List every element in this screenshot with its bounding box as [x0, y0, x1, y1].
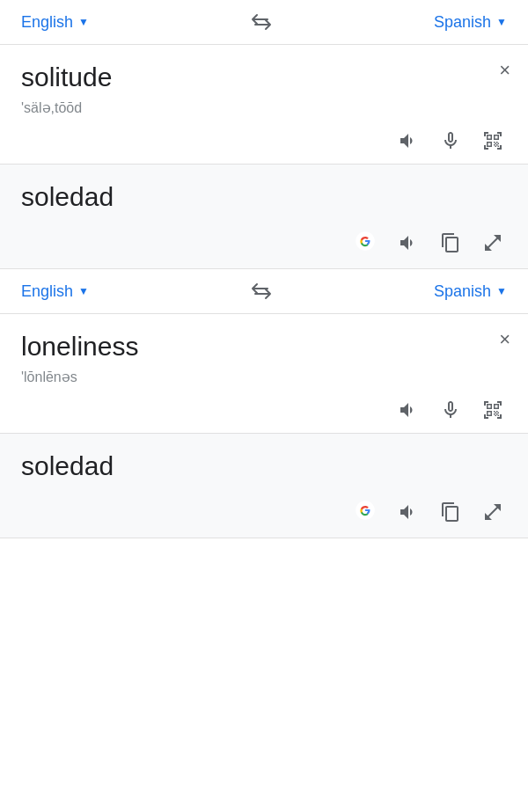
- language-bar-1: English ▼ Spanish ▼: [0, 0, 528, 45]
- output-section-2: soledad: [0, 434, 528, 538]
- output-word-2: soledad: [21, 451, 507, 481]
- source-lang-selector-2[interactable]: English ▼: [21, 282, 89, 301]
- target-lang-selector-2[interactable]: Spanish ▼: [434, 282, 507, 301]
- input-section-2: × loneliness 'lōnlēnəs: [0, 314, 528, 434]
- microphone-icon-1[interactable]: [440, 130, 461, 151]
- camera-icon-1[interactable]: [482, 130, 503, 151]
- target-lang-label-1: Spanish: [434, 13, 491, 32]
- output-section-1: soledad: [0, 165, 528, 269]
- speaker-output-icon-2[interactable]: [398, 499, 419, 525]
- input-actions-2: [21, 399, 507, 421]
- google-search-button-1[interactable]: [354, 230, 377, 256]
- microphone-icon-2[interactable]: [440, 399, 461, 421]
- source-lang-chevron-2: ▼: [78, 285, 89, 297]
- source-lang-selector-1[interactable]: English ▼: [21, 13, 89, 32]
- source-lang-chevron-1: ▼: [78, 16, 89, 28]
- copy-button-2[interactable]: [440, 499, 461, 525]
- input-word-2: loneliness: [21, 332, 507, 362]
- expand-button-1[interactable]: [482, 230, 503, 256]
- camera-icon-2[interactable]: [482, 399, 503, 421]
- speaker-output-icon-1[interactable]: [398, 230, 419, 256]
- input-word-1: solitude: [21, 62, 507, 92]
- language-bar-2: English ▼ Spanish ▼: [0, 269, 528, 314]
- source-lang-label-2: English: [21, 282, 73, 301]
- input-actions-1: [21, 130, 507, 151]
- target-lang-chevron-1: ▼: [496, 16, 507, 28]
- output-actions-2: [21, 499, 507, 525]
- swap-languages-button-1[interactable]: [250, 12, 273, 32]
- speaker-icon-2[interactable]: [398, 399, 419, 421]
- output-actions-1: [21, 230, 507, 256]
- output-word-1: soledad: [21, 182, 507, 212]
- phonetic-1: 'sälə,tōōd: [21, 99, 507, 116]
- expand-button-2[interactable]: [482, 499, 503, 525]
- target-lang-label-2: Spanish: [434, 282, 491, 301]
- clear-input-button-2[interactable]: ×: [499, 330, 510, 349]
- target-lang-chevron-2: ▼: [496, 285, 507, 297]
- google-search-button-2[interactable]: [354, 499, 377, 525]
- copy-button-1[interactable]: [440, 230, 461, 256]
- clear-input-button-1[interactable]: ×: [499, 61, 510, 80]
- target-lang-selector-1[interactable]: Spanish ▼: [434, 13, 507, 32]
- swap-languages-button-2[interactable]: [250, 282, 273, 301]
- phonetic-2: 'lōnlēnəs: [21, 369, 507, 385]
- input-section-1: × solitude 'sälə,tōōd: [0, 45, 528, 165]
- speaker-icon-1[interactable]: [398, 130, 419, 151]
- source-lang-label-1: English: [21, 13, 73, 32]
